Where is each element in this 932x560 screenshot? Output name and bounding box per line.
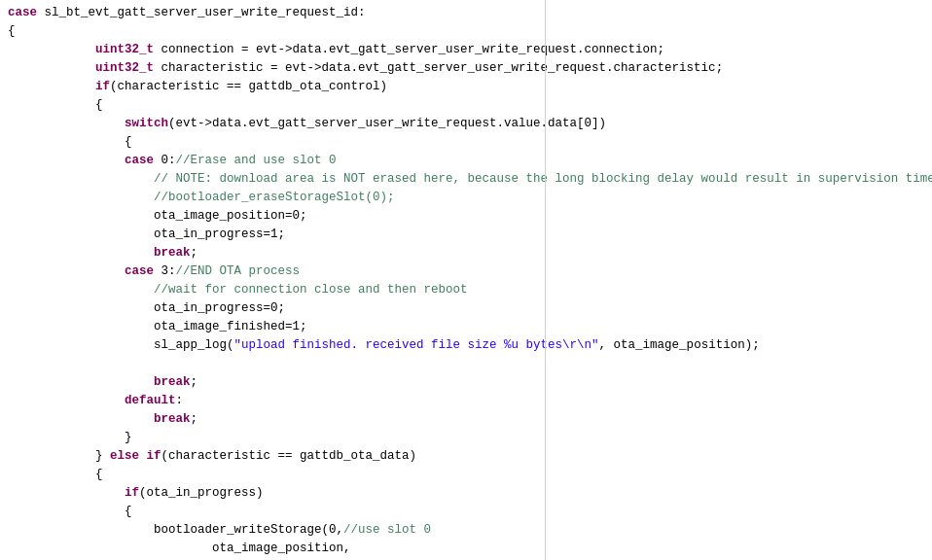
- code-token: ota_image_finished=1;: [8, 318, 307, 336]
- code-token: uint32_t: [95, 59, 154, 78]
- code-line: //wait for connection close and then reb…: [0, 281, 932, 299]
- code-token: (ota_in_progress): [139, 484, 264, 503]
- code-token: //wait for connection close and then reb…: [154, 281, 468, 299]
- code-token: (evt->data.evt_gatt_server_user_write_re…: [168, 115, 606, 133]
- code-token: ;: [191, 410, 198, 429]
- code-token: {: [8, 503, 132, 521]
- code-token: sl_app_log(: [8, 336, 234, 355]
- code-token: default: [125, 392, 176, 410]
- code-token: [8, 189, 154, 207]
- code-token: break: [154, 373, 191, 392]
- code-line: uint32_t characteristic = evt->data.evt_…: [0, 59, 932, 78]
- code-line: break;: [0, 244, 932, 262]
- code-token: //bootloader_eraseStorageSlot(0);: [154, 189, 395, 207]
- code-token: "upload finished. received file size %u …: [234, 336, 599, 355]
- code-line: case sl_bt_evt_gatt_server_user_write_re…: [0, 4, 932, 22]
- code-line: {: [0, 466, 932, 484]
- code-token: (characteristic == gattdb_ota_data): [161, 447, 417, 466]
- code-line: sl_app_log("upload finished. received fi…: [0, 336, 932, 355]
- code-token: {: [8, 22, 16, 41]
- code-token: (characteristic == gattdb_ota_control): [110, 78, 387, 96]
- code-token: [8, 410, 154, 429]
- code-token: ;: [191, 373, 198, 392]
- code-editor: case sl_bt_evt_gatt_server_user_write_re…: [0, 0, 932, 560]
- code-line: {: [0, 22, 932, 41]
- code-token: [8, 152, 125, 170]
- code-line: {: [0, 133, 932, 152]
- code-token: //Erase and use slot 0: [176, 152, 337, 170]
- code-line: break;: [0, 373, 932, 392]
- code-line: }: [0, 429, 932, 447]
- code-token: {: [8, 96, 103, 115]
- code-token: {: [8, 466, 103, 484]
- code-token: //END OTA process: [176, 262, 301, 281]
- code-token: // NOTE: download area is NOT erased her…: [154, 170, 932, 189]
- code-token: ;: [191, 244, 198, 262]
- code-token: [8, 244, 154, 262]
- code-token: ota_image_position=0;: [8, 207, 307, 226]
- code-token: [8, 373, 154, 392]
- code-token: case: [125, 152, 154, 170]
- code-token: sl_bt_evt_gatt_server_user_write_request…: [37, 4, 366, 22]
- code-token: ota_in_progress=1;: [8, 226, 285, 244]
- code-line: {: [0, 503, 932, 521]
- code-line: //bootloader_eraseStorageSlot(0);: [0, 189, 932, 207]
- code-token: [8, 41, 95, 59]
- code-token: }: [8, 429, 132, 447]
- code-line: } else if(characteristic == gattdb_ota_d…: [0, 447, 932, 466]
- code-token: if: [147, 447, 161, 466]
- code-token: ota_image_position,: [8, 540, 351, 558]
- code-token: 0:: [154, 152, 176, 170]
- code-token: [8, 115, 125, 133]
- code-token: ota_in_progress=0;: [8, 299, 285, 318]
- code-line: if(ota_in_progress): [0, 484, 932, 503]
- code-token: if: [125, 484, 139, 503]
- code-line: uint32_t connection = evt->data.evt_gatt…: [0, 41, 932, 59]
- code-line: ota_image_position=0;: [0, 207, 932, 226]
- code-token: case: [8, 4, 37, 22]
- code-line: ota_image_finished=1;: [0, 318, 932, 336]
- code-token: bootloader_writeStorage(0,: [8, 521, 343, 540]
- code-token: [8, 170, 154, 189]
- code-line: {: [0, 96, 932, 115]
- code-token: [8, 262, 125, 281]
- code-token: //use slot 0: [343, 521, 431, 540]
- code-line: case 0://Erase and use slot 0: [0, 152, 932, 170]
- code-token: [139, 447, 147, 466]
- code-token: case: [125, 262, 154, 281]
- code-token: {: [8, 133, 132, 152]
- code-token: [8, 281, 154, 299]
- code-token: connection = evt->data.evt_gatt_server_u…: [154, 41, 664, 59]
- code-line: switch(evt->data.evt_gatt_server_user_wr…: [0, 115, 932, 133]
- code-token: break: [154, 244, 191, 262]
- code-token: if: [95, 78, 110, 96]
- code-line: if(characteristic == gattdb_ota_control): [0, 78, 932, 96]
- code-token: , ota_image_position);: [599, 336, 760, 355]
- code-line: ota_in_progress=1;: [0, 226, 932, 244]
- code-token: [8, 484, 125, 503]
- code-token: switch: [125, 115, 168, 133]
- code-token: else: [110, 447, 139, 466]
- code-token: break: [154, 410, 191, 429]
- code-token: [8, 59, 95, 78]
- code-token: [8, 78, 95, 96]
- code-token: }: [8, 447, 110, 466]
- code-token: characteristic = evt->data.evt_gatt_serv…: [154, 59, 723, 78]
- code-token: :: [176, 392, 184, 410]
- code-line: default:: [0, 392, 932, 410]
- code-line: break;: [0, 410, 932, 429]
- code-token: [8, 392, 125, 410]
- code-line: bootloader_writeStorage(0,//use slot 0: [0, 521, 932, 540]
- code-token: uint32_t: [95, 41, 154, 59]
- code-line: ota_image_position,: [0, 540, 932, 558]
- code-line: case 3://END OTA process: [0, 262, 932, 281]
- code-line: ota_in_progress=0;: [0, 299, 932, 318]
- code-line: // NOTE: download area is NOT erased her…: [0, 170, 932, 189]
- code-token: 3:: [154, 262, 176, 281]
- code-line: [0, 355, 932, 373]
